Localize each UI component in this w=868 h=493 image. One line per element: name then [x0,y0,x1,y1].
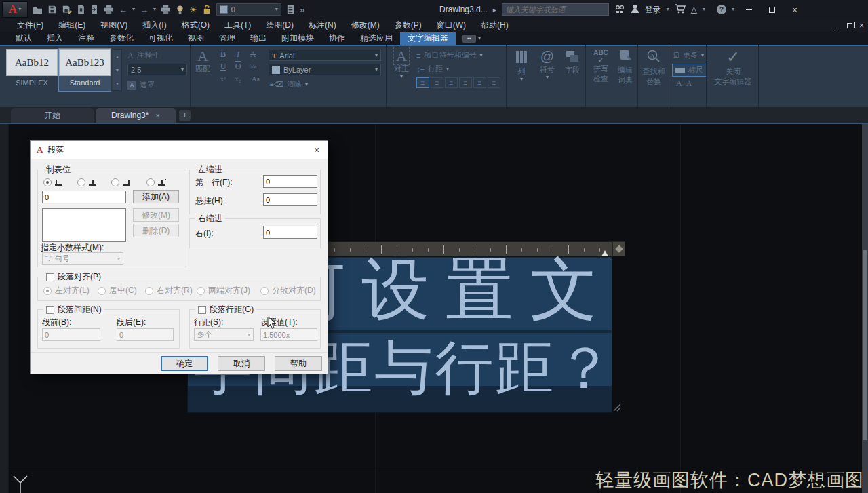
sign-in-label[interactable]: 登录 [645,4,661,16]
annotative-toggle[interactable]: A注释性 [127,50,159,60]
print-icon[interactable] [104,3,114,16]
qat-expand-icon[interactable]: » [300,3,304,16]
paragraph-spacing-checkbox[interactable] [46,306,54,314]
ribbon-tab-parametric[interactable]: 参数化 [102,32,141,45]
ribbon-tab-featured-apps[interactable]: 精选应用 [353,32,400,45]
chevron-down-icon[interactable]: ▾ [732,7,734,12]
line-spacing-style-select[interactable]: 多个▾ [194,328,254,341]
ribbon-tab-addins[interactable]: 附加模块 [274,32,321,45]
menu-item-draw[interactable]: 绘图(D) [258,19,301,32]
app-menu-button[interactable]: A ▾ [2,1,28,18]
first-line-input[interactable] [263,175,317,188]
overline-button[interactable]: O [232,62,244,72]
background-mask-button[interactable]: A遮罩 [127,80,155,90]
edit-dictionaries-button[interactable]: 编辑词典 [614,49,637,85]
style-gallery-scroller[interactable]: ▲▼▼ [113,49,122,91]
line-spacing-button[interactable]: ↕≡行距▾ [416,64,449,74]
spell-check-button[interactable]: ABC✓拼写检查 [589,49,612,84]
unlock-icon[interactable] [202,3,212,16]
maximize-button[interactable] [763,3,781,16]
paragraph-alignment-checkbox[interactable] [46,273,54,281]
ribbon-tab-visualize[interactable]: 可视化 [141,32,180,45]
save-as-icon[interactable] [62,3,72,16]
more-options-button[interactable]: ☑更多▾ [673,50,704,60]
tab-center-radio[interactable] [77,178,96,186]
menu-item-view[interactable]: 视图(V) [93,19,135,32]
subscript-button[interactable]: x₂ [232,74,244,84]
right-indent-input[interactable] [263,226,317,239]
strikethrough-button[interactable]: A [247,50,259,60]
dialog-close-button[interactable]: × [306,141,328,159]
find-replace-button[interactable]: A查找和替换 [642,49,666,87]
undo-redo-text-buttons[interactable]: A A [676,79,692,89]
menu-item-file[interactable]: 文件(F) [9,19,51,32]
close-text-editor-button[interactable]: ✓关闭文字编辑器 [713,47,753,87]
align-distribute-radio[interactable]: 分散对齐(D) [260,285,316,296]
hanging-input[interactable] [263,193,317,206]
app-store-cart-icon[interactable] [675,4,686,16]
ribbon-tab-collaborate[interactable]: 协作 [321,32,353,45]
modify-tab-button[interactable]: 修改(M) [133,208,179,222]
save-icon[interactable] [47,3,57,16]
superscript-button[interactable]: x² [217,74,229,84]
undo-icon[interactable]: ← [119,3,127,16]
justification-button[interactable]: A对正▾ [391,49,412,79]
menu-item-dimension[interactable]: 标注(N) [301,19,344,32]
new-tab-button[interactable]: + [179,110,191,121]
text-style-standard[interactable]: AaBb123 Standard [59,49,111,91]
decimal-style-select[interactable]: “.” 句号▾ [42,252,123,265]
text-style-simplex[interactable]: AaBb12 SIMPLEX [6,49,58,91]
chevron-down-icon[interactable]: ▾ [703,7,705,12]
export-icon[interactable] [90,3,99,16]
align-left-button[interactable]: ≡ [431,77,443,88]
mdi-restore-button[interactable] [847,22,852,30]
align-left-default-button[interactable]: ≡ [416,77,429,88]
redo-dropdown-icon[interactable]: ▾ [153,7,156,12]
tab-close-icon[interactable]: × [155,111,159,119]
align-justify-button[interactable]: ≡ [473,77,486,88]
bullets-numbering-button[interactable]: ≡项目符号和编号▾ [416,50,482,60]
align-right-radio[interactable]: 右对齐(R) [145,285,193,296]
menu-item-insert[interactable]: 插入(I) [135,19,174,32]
sun-icon[interactable]: ☀ [189,3,197,16]
gallery-expand-icon[interactable]: ▼ [115,81,120,86]
minimize-button[interactable] [740,3,757,16]
ribbon-tab-manage[interactable]: 管理 [212,32,243,45]
properties-icon[interactable] [286,3,295,16]
color-select[interactable]: ByLayer▾ [269,64,381,75]
ribbon-tab-default[interactable]: 默认 [8,32,39,45]
tab-stop-list[interactable] [42,208,126,242]
menu-item-parametric[interactable]: 参数(P) [387,19,429,32]
clear-formatting-button[interactable]: ≡⌫清除▾ [270,79,308,90]
vertical-scrollbar[interactable] [862,124,868,493]
scroll-down-icon[interactable]: ▼ [115,68,120,73]
chevron-down-icon[interactable]: ▾ [667,7,669,12]
dialog-title-bar[interactable]: A 段落 [31,141,328,159]
symbol-button[interactable]: @符号▾ [536,49,559,80]
mdi-close-button[interactable]: × [859,21,864,31]
stack-button[interactable]: b/a [247,62,259,72]
search-input[interactable] [502,3,609,16]
ribbon-tab-insert[interactable]: 插入 [39,32,71,45]
help-button[interactable]: 帮助 [275,356,322,371]
align-right-button[interactable]: ≡ [459,77,472,88]
text-height-select[interactable]: 2.5▾ [127,64,187,75]
close-button[interactable]: × [786,3,804,16]
ribbon-tab-annotate[interactable]: 注释 [71,32,102,45]
tab-decimal-radio[interactable] [146,178,165,186]
bold-button[interactable]: B [217,50,229,60]
columns-button[interactable]: 列▾ [511,50,532,82]
menu-item-help[interactable]: 帮助(H) [473,19,516,32]
menu-item-tools[interactable]: 工具(T) [217,19,258,32]
menu-item-edit[interactable]: 编辑(E) [51,19,93,32]
file-tab-drawing3[interactable]: Drawing3*× [96,108,176,123]
help-icon[interactable]: ? [717,5,726,14]
match-button[interactable]: A匹配 [195,49,210,74]
width-resize-handle[interactable] [612,241,625,256]
delete-tab-button[interactable]: 删除(D) [133,224,179,237]
menu-item-modify[interactable]: 修改(M) [344,19,387,32]
add-tab-button[interactable]: 添加(A) [133,190,179,203]
underline-button[interactable]: U [217,62,229,72]
space-before-input[interactable] [42,328,100,341]
user-icon[interactable] [631,4,639,16]
